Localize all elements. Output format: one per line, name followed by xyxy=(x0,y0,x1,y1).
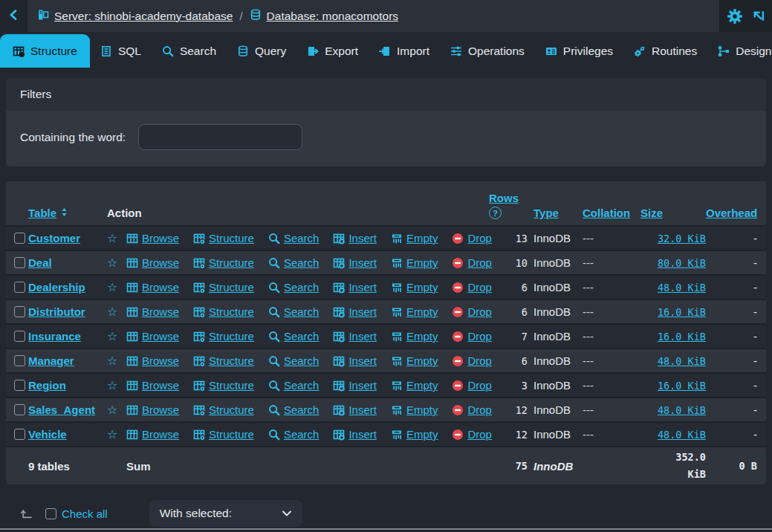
action-drop-link[interactable]: Drop xyxy=(452,305,492,318)
table-name-link[interactable]: Dealership xyxy=(28,281,85,293)
action-browse-link[interactable]: Browse xyxy=(126,330,179,343)
row-checkbox[interactable] xyxy=(14,380,25,391)
tab-routines[interactable]: Routines xyxy=(623,34,707,68)
action-structure-link[interactable]: Structure xyxy=(193,232,254,244)
action-drop-link[interactable]: Drop xyxy=(452,428,492,441)
column-header-table[interactable]: Table xyxy=(28,207,56,219)
column-header-rows[interactable]: Rows xyxy=(489,192,519,204)
action-empty-link[interactable]: Empty xyxy=(391,305,438,318)
action-drop-link[interactable]: Drop xyxy=(452,403,492,416)
action-search-link[interactable]: Search xyxy=(268,232,319,244)
tab-search[interactable]: Search xyxy=(152,34,227,68)
favorite-star-icon[interactable]: ☆ xyxy=(107,256,117,269)
favorite-star-icon[interactable]: ☆ xyxy=(107,305,117,318)
favorite-star-icon[interactable]: ☆ xyxy=(107,281,117,293)
row-size-link[interactable]: 48.0 KiB xyxy=(658,355,706,367)
action-search-link[interactable]: Search xyxy=(268,428,319,441)
tab-import[interactable]: Import xyxy=(369,34,440,68)
action-structure-link[interactable]: Structure xyxy=(193,428,254,441)
check-all-label[interactable]: Check all xyxy=(62,507,108,520)
server-link[interactable]: Server: shinobi-academy-database xyxy=(54,10,233,23)
table-name-link[interactable]: Region xyxy=(28,379,66,392)
action-insert-link[interactable]: Insert xyxy=(333,305,377,318)
action-empty-link[interactable]: Empty xyxy=(391,330,438,343)
action-drop-link[interactable]: Drop xyxy=(452,256,492,269)
row-size-link[interactable]: 48.0 KiB xyxy=(658,429,706,441)
row-checkbox[interactable] xyxy=(14,429,25,440)
tab-structure[interactable]: Structure xyxy=(0,34,90,68)
row-size-link[interactable]: 16.0 KiB xyxy=(658,306,706,318)
favorite-star-icon[interactable]: ☆ xyxy=(107,330,117,343)
action-insert-link[interactable]: Insert xyxy=(333,232,377,244)
column-header-type[interactable]: Type xyxy=(528,207,583,219)
table-name-link[interactable]: Manager xyxy=(28,354,74,367)
row-checkbox[interactable] xyxy=(14,306,25,317)
action-structure-link[interactable]: Structure xyxy=(193,256,254,269)
containing-word-input[interactable] xyxy=(138,124,302,150)
row-size-link[interactable]: 16.0 KiB xyxy=(658,380,706,392)
tab-sql[interactable]: SQL xyxy=(90,34,152,68)
row-checkbox[interactable] xyxy=(14,355,25,366)
table-name-link[interactable]: Vehicle xyxy=(28,428,67,441)
favorite-star-icon[interactable]: ☆ xyxy=(107,428,117,441)
action-empty-link[interactable]: Empty xyxy=(391,403,438,416)
action-drop-link[interactable]: Drop xyxy=(452,281,492,293)
action-structure-link[interactable]: Structure xyxy=(193,403,254,416)
action-search-link[interactable]: Search xyxy=(268,379,319,392)
action-empty-link[interactable]: Empty xyxy=(391,428,438,441)
back-button[interactable] xyxy=(0,0,27,32)
action-structure-link[interactable]: Structure xyxy=(193,354,254,367)
action-insert-link[interactable]: Insert xyxy=(333,256,377,269)
table-name-link[interactable]: Distributor xyxy=(28,305,85,318)
action-empty-link[interactable]: Empty xyxy=(391,354,438,367)
action-empty-link[interactable]: Empty xyxy=(391,232,438,244)
favorite-star-icon[interactable]: ☆ xyxy=(107,354,117,367)
action-search-link[interactable]: Search xyxy=(268,256,319,269)
action-search-link[interactable]: Search xyxy=(268,354,319,367)
action-insert-link[interactable]: Insert xyxy=(333,379,377,392)
action-browse-link[interactable]: Browse xyxy=(126,379,179,392)
action-search-link[interactable]: Search xyxy=(268,403,319,416)
table-name-link[interactable]: Sales_Agent xyxy=(28,403,95,416)
with-selected-select[interactable]: With selected: xyxy=(149,500,302,527)
tab-privileges[interactable]: Privileges xyxy=(535,34,623,68)
action-structure-link[interactable]: Structure xyxy=(193,305,254,318)
action-browse-link[interactable]: Browse xyxy=(126,428,179,441)
action-browse-link[interactable]: Browse xyxy=(126,305,179,318)
action-structure-link[interactable]: Structure xyxy=(193,379,254,392)
arrow-top-left-icon[interactable] xyxy=(752,10,765,22)
check-all-checkbox[interactable] xyxy=(45,508,56,519)
table-name-link[interactable]: Deal xyxy=(28,256,52,269)
row-checkbox[interactable] xyxy=(14,404,25,415)
action-drop-link[interactable]: Drop xyxy=(452,330,492,343)
row-size-link[interactable]: 48.0 KiB xyxy=(658,404,706,416)
action-search-link[interactable]: Search xyxy=(268,281,319,293)
row-size-link[interactable]: 48.0 KiB xyxy=(658,282,706,293)
action-search-link[interactable]: Search xyxy=(268,305,319,318)
row-checkbox[interactable] xyxy=(14,331,25,342)
database-link[interactable]: Database: monacomotors xyxy=(267,10,398,23)
gear-icon[interactable] xyxy=(727,8,743,25)
action-browse-link[interactable]: Browse xyxy=(126,232,179,244)
table-name-link[interactable]: Insurance xyxy=(28,330,81,343)
favorite-star-icon[interactable]: ☆ xyxy=(107,379,117,392)
action-insert-link[interactable]: Insert xyxy=(333,354,377,367)
rows-help-icon[interactable]: ? xyxy=(489,207,502,219)
action-drop-link[interactable]: Drop xyxy=(452,379,492,392)
favorite-star-icon[interactable]: ☆ xyxy=(107,403,117,416)
table-name-link[interactable]: Customer xyxy=(28,232,80,244)
action-browse-link[interactable]: Browse xyxy=(126,281,179,293)
action-browse-link[interactable]: Browse xyxy=(126,354,179,367)
favorite-star-icon[interactable]: ☆ xyxy=(107,232,117,244)
column-header-collation[interactable]: Collation xyxy=(583,207,640,219)
action-insert-link[interactable]: Insert xyxy=(333,281,377,293)
row-size-link[interactable]: 16.0 KiB xyxy=(658,331,706,343)
action-drop-link[interactable]: Drop xyxy=(452,232,492,244)
action-browse-link[interactable]: Browse xyxy=(126,403,179,416)
action-insert-link[interactable]: Insert xyxy=(333,330,377,343)
row-size-link[interactable]: 80.0 KiB xyxy=(658,257,706,269)
row-checkbox[interactable] xyxy=(14,282,25,293)
action-empty-link[interactable]: Empty xyxy=(391,281,438,293)
row-checkbox[interactable] xyxy=(14,257,25,268)
action-drop-link[interactable]: Drop xyxy=(452,354,492,367)
